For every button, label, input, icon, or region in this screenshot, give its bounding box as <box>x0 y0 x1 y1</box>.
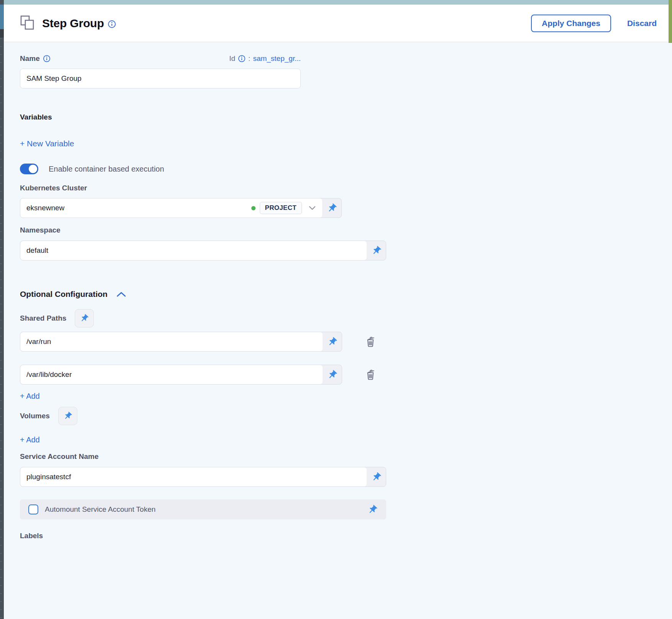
service-account-field <box>20 467 367 486</box>
kubernetes-cluster-field: PROJECT <box>20 198 322 218</box>
automount-pin-button[interactable] <box>365 504 380 515</box>
new-variable-row: + New Variable <box>20 139 672 148</box>
shared-paths-label: Shared Paths <box>20 314 66 323</box>
service-account-label: Service Account Name <box>20 452 672 461</box>
left-editor-edge <box>0 0 4 619</box>
service-account-input[interactable] <box>26 473 361 481</box>
name-input[interactable] <box>26 74 294 83</box>
service-account-group <box>20 467 386 487</box>
name-field-wrap <box>20 69 300 88</box>
page-title: Step Group <box>42 17 104 30</box>
step-group-icon <box>20 15 36 32</box>
delete-shared-path-2-button[interactable] <box>364 368 377 381</box>
namespace-input[interactable] <box>26 246 361 255</box>
pin-icon <box>80 314 89 323</box>
pin-icon <box>327 370 338 380</box>
left-edge-dark-segment <box>0 29 4 38</box>
chevron-up-icon[interactable] <box>116 291 126 298</box>
name-info-icon[interactable] <box>43 55 51 62</box>
pin-icon <box>367 504 378 515</box>
add-shared-path-button[interactable]: + Add <box>20 392 40 401</box>
container-execution-row: Enable container based execution <box>20 164 672 174</box>
shared-path-row <box>20 332 672 352</box>
container-execution-toggle[interactable] <box>20 164 38 174</box>
shared-paths-add-row: + Add <box>20 392 672 401</box>
chevron-down-icon[interactable] <box>308 205 316 211</box>
step-group-config-screen: Step Group Apply Changes Discard Name Id <box>0 0 672 619</box>
id-separator: : <box>248 54 250 63</box>
title-info-icon[interactable] <box>108 20 116 28</box>
automount-checkbox[interactable] <box>28 504 38 514</box>
shared-path-field <box>20 365 323 384</box>
apply-changes-button[interactable]: Apply Changes <box>531 15 611 32</box>
namespace-pin-button[interactable] <box>367 241 386 260</box>
shared-path-row <box>20 365 672 385</box>
volumes-pin-button[interactable] <box>58 407 77 425</box>
id-label: Id <box>229 54 235 63</box>
pin-icon <box>371 472 382 482</box>
kubernetes-cluster-group: PROJECT <box>20 198 342 218</box>
shared-path-input-2[interactable] <box>26 370 316 379</box>
scope-badge: PROJECT <box>260 202 302 214</box>
top-teal-bar <box>0 0 672 5</box>
add-volume-button[interactable]: + Add <box>20 436 40 444</box>
volumes-label-row: Volumes <box>20 407 672 425</box>
namespace-group <box>20 241 386 260</box>
kubernetes-cluster-label: Kubernetes Cluster <box>20 184 672 192</box>
shared-path-field <box>20 332 323 351</box>
trash-icon <box>364 335 377 348</box>
left-edge-tick-marks <box>0 38 2 619</box>
pin-icon <box>327 203 337 213</box>
labels-label: Labels <box>20 532 672 540</box>
left-edge-blue-segment <box>0 5 4 29</box>
shared-path-2-pin-button[interactable] <box>323 365 342 384</box>
right-edge-strip <box>669 0 672 43</box>
automount-bar: Automount Service Account Token <box>20 499 386 519</box>
volumes-label: Volumes <box>20 412 50 420</box>
connector-status-dot <box>251 206 256 210</box>
optional-configuration-row: Optional Configuration <box>20 290 672 299</box>
trash-icon <box>364 368 377 381</box>
container-execution-label: Enable container based execution <box>49 165 164 174</box>
panel-body: Name Id : sam_step_gr... <box>4 43 672 619</box>
shared-path-input-1[interactable] <box>26 337 316 346</box>
shared-path-group-1 <box>20 332 342 352</box>
toggle-knob <box>29 165 37 173</box>
name-id-label-row: Name Id : sam_step_gr... <box>20 54 301 63</box>
variables-heading: Variables <box>20 113 672 121</box>
shared-path-1-pin-button[interactable] <box>323 332 342 351</box>
delete-shared-path-1-button[interactable] <box>364 335 377 348</box>
shared-paths-label-row: Shared Paths <box>20 309 672 328</box>
service-account-pin-button[interactable] <box>367 467 386 486</box>
id-group: Id : sam_step_gr... <box>229 54 301 63</box>
panel-header: Step Group Apply Changes Discard <box>4 5 672 42</box>
kubernetes-cluster-input[interactable] <box>26 204 251 212</box>
namespace-field <box>20 241 367 260</box>
optional-configuration-heading: Optional Configuration <box>20 290 108 299</box>
kubernetes-cluster-pin-button[interactable] <box>322 198 341 218</box>
name-label-group: Name <box>20 54 51 63</box>
pin-icon <box>327 337 338 347</box>
automount-label: Automount Service Account Token <box>45 505 365 514</box>
discard-button[interactable]: Discard <box>627 19 657 28</box>
shared-path-group-2 <box>20 365 342 385</box>
pin-icon <box>371 246 382 256</box>
name-label: Name <box>20 54 40 63</box>
namespace-label: Namespace <box>20 226 672 234</box>
shared-paths-pin-button[interactable] <box>75 309 94 328</box>
pin-icon <box>63 411 72 421</box>
id-value[interactable]: sam_step_gr... <box>253 54 301 63</box>
name-input-group <box>20 69 301 88</box>
new-variable-button[interactable]: + New Variable <box>20 139 74 148</box>
volumes-add-row: + Add <box>20 436 672 444</box>
id-info-icon[interactable] <box>238 55 246 62</box>
